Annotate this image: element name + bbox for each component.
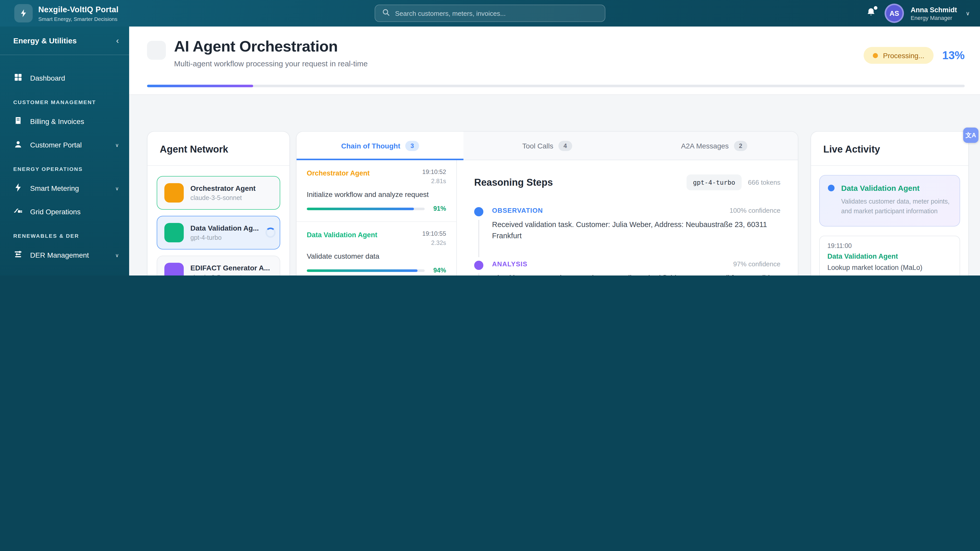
dashboard-grid-icon (13, 73, 23, 84)
chevron-down-icon: ∨ (115, 186, 119, 191)
step-dot-icon (474, 207, 484, 216)
chain-task: Validate customer data (307, 252, 446, 260)
activity-item: 19:11:00 Data Validation Agent Lookup ma… (819, 236, 960, 276)
chain-agent-name: Data Validation Agent (307, 230, 377, 246)
user-menu-chevron-icon[interactable]: ∨ (966, 10, 970, 17)
workflow-progress-fill (147, 85, 253, 87)
chain-progress-fill (307, 207, 414, 210)
live-activity-title: Live Activity (823, 144, 956, 155)
brand-title: Nexgile-VoltIQ Portal (38, 5, 118, 14)
translate-button[interactable]: 文A (963, 127, 978, 143)
sidebar-item-smart-metering[interactable]: Smart Metering ∨ (0, 176, 129, 200)
sliders-icon (13, 249, 23, 261)
chain-step-item[interactable]: Orchestrator Agent 19:10:52 2.81s Initia… (297, 160, 456, 222)
tab-label: A2A Messages (681, 142, 729, 150)
notifications-bell-icon[interactable] (865, 7, 878, 19)
plug-cable-icon (13, 206, 23, 218)
model-badge: gpt-4-turbo (686, 175, 742, 190)
sidebar-item-label: Smart Metering (30, 184, 79, 192)
receipt-icon (13, 116, 23, 127)
chain-step-item[interactable]: Data Validation Agent 19:10:55 2.32s Val… (297, 222, 456, 275)
status-badge: Processing... (864, 47, 934, 64)
sidebar-section-analytics: ANALYTICS (0, 267, 129, 275)
tab-label: Chain of Thought (341, 142, 401, 150)
page-subtitle: Multi-agent workflow processing your req… (174, 59, 368, 68)
user-role: Energy Manager (911, 14, 957, 21)
agent-name: EDIFACT Generator A... (190, 264, 270, 272)
user-name: Anna Schmidt (911, 6, 957, 14)
tab-count-badge: 4 (558, 141, 572, 151)
chain-progress-bar (307, 269, 425, 272)
sidebar-collapse-icon[interactable]: ‹ (116, 36, 119, 45)
reasoning-steps: OBSERVATION 100% confidence Received val… (474, 206, 780, 275)
tab[interactable]: Tool Calls 4 (464, 132, 631, 160)
user-circle-icon (13, 139, 23, 151)
activity-time: 19:11:00 (827, 242, 952, 249)
status-text: Processing... (883, 51, 924, 59)
spinner-icon (266, 227, 275, 238)
agent-model: claude-3-5-sonnet (190, 274, 270, 275)
sidebar-item-customer-portal[interactable]: Customer Portal ∨ (0, 133, 129, 157)
active-pulse-dot-icon (828, 185, 835, 191)
user-cluster: AS Anna Schmidt Energy Manager ∨ (865, 0, 970, 27)
sidebar-item-dashboard[interactable]: Dashboard (0, 66, 129, 90)
agent-color-icon (164, 223, 184, 242)
top-header: Nexgile-VoltIQ Portal Smart Energy, Smar… (0, 0, 980, 27)
chain-task: Initialize workflow and analyze request (307, 190, 446, 198)
tab[interactable]: Chain of Thought 3 (297, 132, 464, 160)
page-title: AI Agent Orchestration (174, 38, 368, 55)
live-activity-panel: Live Activity Data Validation Agent Vali… (811, 131, 969, 275)
current-agent-name: Data Validation Agent (841, 184, 920, 192)
user-info[interactable]: Anna Schmidt Energy Manager (911, 6, 957, 21)
sidebar-item-der-management[interactable]: DER Management ∨ (0, 243, 129, 267)
agent-list: Orchestrator Agent claude-3-5-sonnet Dat… (148, 166, 290, 275)
reasoning-title: Reasoning Steps (474, 177, 553, 188)
agent-card[interactable]: Data Validation Ag... gpt-4-turbo (157, 216, 280, 249)
sidebar-header: Energy & Utilities ‹ (0, 27, 129, 55)
tab[interactable]: A2A Messages 2 (631, 132, 798, 160)
step-dot-icon (474, 261, 484, 270)
search-input[interactable] (395, 10, 598, 17)
sidebar-title: Energy & Utilities (13, 36, 76, 45)
chain-progress-bar (307, 207, 425, 210)
agent-card[interactable]: Orchestrator Agent claude-3-5-sonnet (157, 176, 280, 210)
agent-color-icon (164, 263, 184, 275)
app-root: Nexgile-VoltIQ Portal Smart Energy, Smar… (0, 0, 980, 275)
chain-of-thought-panel: Chain of Thought 3 Tool Calls 4 A2A Mess… (296, 131, 798, 275)
brand-tagline: Smart Energy, Smarter Decisions (38, 16, 118, 22)
sidebar: Energy & Utilities ‹ Dashboard CUSTOMER … (0, 27, 129, 275)
chain-step-list: Orchestrator Agent 19:10:52 2.81s Initia… (297, 160, 457, 275)
agent-card[interactable]: EDIFACT Generator A... claude-3-5-sonnet (157, 256, 280, 275)
progress-percent: 13% (942, 49, 965, 62)
avatar[interactable]: AS (885, 3, 904, 23)
lightning-logo-icon (14, 4, 33, 22)
sidebar-item-billing-invoices[interactable]: Billing & Invoices (0, 110, 129, 133)
current-agent-description: Validates customer data, meter points, a… (841, 197, 951, 217)
brand: Nexgile-VoltIQ Portal Smart Energy, Smar… (0, 4, 118, 22)
chain-timestamp: 19:10:52 (422, 168, 446, 176)
brand-text: Nexgile-VoltIQ Portal Smart Energy, Smar… (38, 5, 118, 22)
step-confidence: 100% confidence (730, 206, 781, 214)
sidebar-item-grid-operations[interactable]: Grid Operations (0, 200, 129, 224)
tab-count-badge: 2 (734, 141, 747, 151)
sidebar-section-renewables-der: RENEWABLES & DER (0, 224, 129, 243)
chain-progress-percent: 94% (430, 267, 446, 274)
sidebar-item-label: Grid Operations (30, 208, 81, 216)
reasoning-panel: Reasoning Steps gpt-4-turbo 666 tokens (457, 160, 798, 275)
step-type-label: ANALYSIS (492, 260, 528, 268)
sidebar-nav: Dashboard CUSTOMER MANAGEMENT Billing & … (0, 55, 129, 275)
sidebar-item-label: Dashboard (30, 74, 65, 82)
step-type-label: OBSERVATION (492, 206, 543, 214)
translate-icon: 文A (966, 131, 976, 140)
sidebar-item-label: Customer Portal (30, 141, 82, 149)
main-area: AI Agent Orchestration Multi-agent workf… (129, 27, 980, 275)
chain-duration: 2.81s (422, 178, 446, 185)
reasoning-step: OBSERVATION 100% confidence Received val… (474, 206, 780, 260)
sidebar-section-energy-operations: ENERGY OPERATIONS (0, 157, 129, 176)
agent-model: gpt-4-turbo (190, 234, 259, 241)
notification-dot (874, 6, 877, 10)
step-text: Checking customer data completeness. All… (492, 272, 780, 275)
step-confidence: 97% confidence (733, 260, 780, 268)
global-search[interactable] (375, 5, 605, 22)
tab-count-badge: 3 (406, 141, 419, 151)
